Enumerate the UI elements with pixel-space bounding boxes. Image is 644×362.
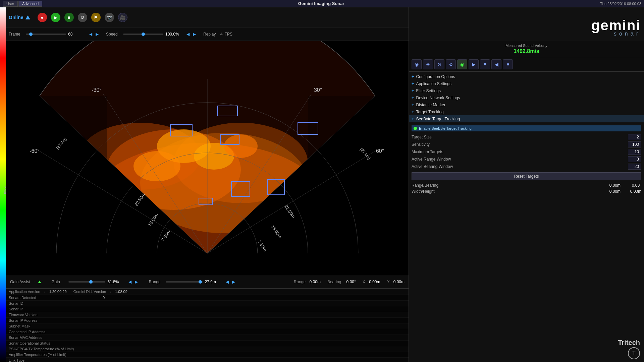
frame-slider[interactable] (26, 34, 66, 35)
right-panel: gemini sonar Measured Sound Velocity 149… (409, 7, 644, 362)
svg-text:[27.9m]: [27.9m] (55, 137, 67, 150)
info-row-key: PSU/FPGA/Tx Temperature (% of Limit) (9, 347, 103, 351)
video-button[interactable]: 🎥 (118, 13, 127, 22)
svg-rect-10 (308, 96, 375, 180)
sound-velocity-display: Measured Sound Velocity 1492.8m/s (409, 41, 644, 57)
tab-user[interactable]: User (3, 1, 18, 7)
active-range-window-value: 3 (628, 156, 641, 162)
sensitivity-value: 100 (628, 141, 641, 147)
sonar-view-button[interactable]: ◉ (412, 59, 422, 69)
left-panel: Online ● ▶ ■ ↺ ⚑ 📷 🎥 Frame 68 ◀ ▶ (6, 7, 409, 362)
info-row-key: Sonars Detected (9, 296, 103, 300)
info-row-key: Subnet Mask (9, 324, 103, 328)
menu-item-label: Configuration Options (416, 74, 455, 79)
menu-plus-icon: + (412, 74, 414, 79)
menu-item-label-3: Filter Settings (416, 88, 441, 93)
nav-down-button[interactable]: ▼ (480, 59, 490, 69)
nav-right-button[interactable]: ▶ (469, 59, 479, 69)
right-icon-bar: ◉ ⊕ ⊙ ⚙ ◉ ▶ ▼ ◀ ≡ (409, 57, 644, 72)
info-row: Sonar IP Address (6, 318, 409, 323)
speed-slider[interactable] (123, 34, 163, 35)
width-height-values: 0.00m 0.00m (604, 189, 641, 194)
menu-configuration-options[interactable]: + Configuration Options (409, 73, 644, 80)
active-bearing-window-row: Active Bearing Window 20 (412, 163, 641, 170)
shield-view-button[interactable]: ⊙ (434, 59, 444, 69)
menu-seebyte-tracking[interactable]: + SeeByte Target Tracking (409, 115, 644, 122)
stop-button[interactable]: ■ (64, 13, 74, 22)
tritech-brand-text: Tritech (618, 339, 640, 347)
active-range-window-row: Active Range Window 3 (412, 156, 641, 163)
max-targets-value: 10 (628, 149, 641, 155)
target-size-row: Target Size 2 (412, 133, 641, 141)
info-row: Sonar MAC Address (6, 335, 409, 341)
dll-version-val: 1.08.09 (115, 290, 127, 294)
info-row-key: Connected IP Address (9, 330, 103, 334)
width-height-val2: 0.00m (625, 189, 641, 194)
record-button[interactable]: ● (38, 13, 47, 22)
menu-target-tracking[interactable]: + Target Tracking (409, 108, 644, 115)
info-row-key: Sonar ID (9, 301, 103, 305)
range-prev-button[interactable]: ◀ (225, 280, 229, 284)
nav-left-button[interactable]: ◀ (491, 59, 501, 69)
settings-view-button[interactable]: ⚙ (446, 59, 456, 69)
loop-button[interactable]: ↺ (78, 13, 87, 22)
fps-label: FPS (225, 32, 232, 37)
menu-application-settings[interactable]: + Application Settings (409, 80, 644, 87)
target-size-label: Target Size (412, 135, 432, 139)
gain-control: Gain 61.8% ◀ ▶ (51, 280, 139, 284)
gain-slider[interactable] (68, 281, 105, 283)
info-row: PSU/FPGA/Tx Temperature (% of Limit) (6, 346, 409, 352)
menu-open-button[interactable]: ≡ (503, 59, 513, 69)
active-bearing-window-label: Active Bearing Window (412, 164, 453, 169)
info-row: Sonar IP (6, 306, 409, 312)
svg-text:22.50m: 22.50m (284, 204, 296, 219)
range-next-button[interactable]: ▶ (231, 280, 236, 284)
play-button[interactable]: ▶ (51, 13, 60, 22)
range-bearing-values: 0.00m 0.00° (604, 183, 641, 188)
menu-device-network[interactable]: + Device Network Settings (409, 94, 644, 101)
gain-prev-button[interactable]: ◀ (128, 280, 132, 284)
replay-control: Replay 4 FPS (203, 32, 232, 37)
max-targets-label: Maximum Targets (412, 149, 443, 154)
tab-advanced[interactable]: Advanced (18, 1, 42, 7)
cursor-readout: Range 0.00m Bearing -0.00° X 0.00m Y 0.0… (294, 280, 405, 284)
svg-point-8 (224, 134, 258, 158)
sound-velocity-label: Measured Sound Velocity (505, 44, 547, 48)
range-bearing-row: Range/Bearing 0.00m 0.00° (412, 182, 641, 188)
seebyte-status-dot (414, 127, 417, 130)
frame-next-button[interactable]: ▶ (95, 32, 99, 37)
speed-prev-button[interactable]: ◀ (186, 32, 190, 37)
camera-button[interactable]: 📷 (105, 13, 114, 22)
online-text: Online (9, 15, 23, 20)
menu-item-label-5: Distance Marker (416, 103, 445, 107)
width-height-val1: 0.00m (604, 189, 621, 194)
menu-item-label-2: Application Settings (416, 81, 451, 86)
flag-button[interactable]: ⚑ (91, 13, 101, 22)
menu-distance-marker[interactable]: + Distance Marker (409, 101, 644, 108)
speed-next-button[interactable]: ▶ (192, 32, 197, 37)
online-status: Online (9, 15, 30, 20)
speed-control: Speed 100.0% ◀ ▶ (106, 32, 197, 37)
menu-filter-settings[interactable]: + Filter Settings (409, 87, 644, 94)
target-view-button[interactable]: ⊕ (423, 59, 433, 69)
reset-targets-button[interactable]: Reset Targets (412, 172, 641, 180)
gain-label: Gain (51, 280, 66, 284)
frame-prev-button[interactable]: ◀ (89, 32, 93, 37)
menu-plus-icon-6: + (412, 109, 414, 114)
titlebar: User Advanced Gemini Imaging Sonar Thu 2… (0, 0, 644, 7)
gemini-logo: gemini sonar (591, 17, 641, 37)
gain-next-button[interactable]: ▶ (134, 280, 139, 284)
app-version-val: 1.20.00.29 (49, 290, 67, 294)
speed-value: 100.0% (165, 32, 184, 37)
svg-text:60°: 60° (376, 148, 384, 154)
online-triangle-icon (25, 15, 30, 19)
info-row-key: Amplifier Temperatures (% of Limit) (9, 353, 103, 357)
tab-bar[interactable]: User Advanced (3, 1, 42, 7)
gain-assist-section: Gain Assist : (10, 280, 41, 284)
sonar-display[interactable]: -30° 30° -60° 60° 22.50m 15.00m 7.50m 22… (6, 41, 409, 275)
green-view-button[interactable]: ◉ (457, 59, 467, 69)
range-slider[interactable] (166, 281, 203, 283)
svg-rect-9 (40, 96, 107, 180)
replay-label: Replay (203, 32, 218, 37)
info-row: Sonar ID (6, 301, 409, 306)
